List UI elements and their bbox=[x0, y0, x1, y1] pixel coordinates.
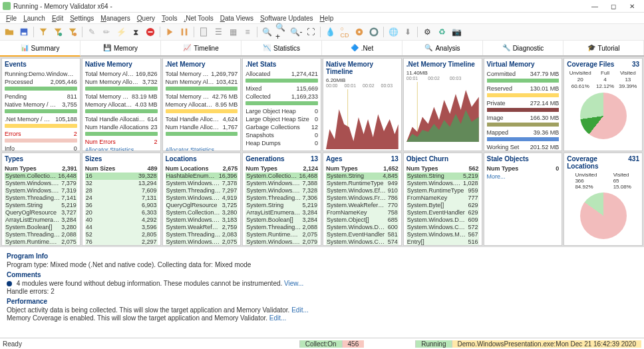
table-row[interactable]: System.Windows.Media.I567 bbox=[406, 231, 479, 238]
view-link[interactable]: View... bbox=[284, 280, 303, 287]
maximize-button[interactable]: ◻ bbox=[604, 1, 623, 11]
wait-icon[interactable]: ⧗ bbox=[129, 25, 142, 39]
table-row[interactable]: System.Windows.Media.Ren7,388 bbox=[245, 180, 318, 187]
menu-dataviews[interactable]: Data Views bbox=[217, 15, 257, 22]
table-row[interactable]: System.EventHandler581 bbox=[326, 231, 399, 238]
table-row[interactable]: System.Byte[]629 bbox=[406, 202, 479, 209]
save-icon[interactable] bbox=[17, 25, 31, 39]
table-row[interactable]: Total Handle Allocations4,624 bbox=[166, 115, 238, 123]
table-row[interactable]: System.Collections.ArrayLis3,280 bbox=[166, 209, 238, 216]
table-row[interactable]: Num Memory Allocations103,421 bbox=[166, 78, 238, 86]
table-row[interactable]: System.String4,845 bbox=[326, 173, 399, 180]
table-row[interactable]: System.Windows.ChildVi572 bbox=[406, 224, 479, 231]
table-row[interactable]: Total Memory Allocation1,269,797 bbox=[166, 70, 238, 78]
tree-icon[interactable]: ☰ bbox=[212, 25, 225, 39]
table-row[interactable]: System.WeakReference..cto2,759 bbox=[166, 224, 238, 231]
tab-timeline[interactable]: 📈Timeline bbox=[161, 41, 242, 55]
table-row[interactable]: 247,131 bbox=[85, 194, 158, 202]
allocator-stats-link[interactable]: Allocator Statistics... bbox=[85, 146, 158, 151]
tab-analysis[interactable]: 🔍Analysis bbox=[402, 41, 483, 55]
open-icon[interactable] bbox=[3, 25, 16, 39]
tab-summary[interactable]: 📊Summary bbox=[0, 41, 80, 57]
cd-icon[interactable]: ○CD bbox=[338, 25, 351, 39]
menu-query[interactable]: Query bbox=[134, 15, 158, 22]
table-row[interactable]: System.Runtime.Remoting &2,075 bbox=[245, 231, 318, 238]
tab-memory[interactable]: 💾Memory bbox=[80, 41, 161, 55]
table-row[interactable]: 366,903 bbox=[85, 202, 158, 209]
table-row[interactable]: QueryOglResource3,725 bbox=[166, 202, 238, 209]
table-row[interactable]: System.Windows.Effectiv910 bbox=[326, 187, 399, 194]
table-row[interactable]: System.Windows.Threading.7,328 bbox=[245, 187, 318, 194]
table-row[interactable]: 1639,328 bbox=[85, 173, 158, 180]
table-row[interactable]: System.Runtime.Remoting &2,075 bbox=[5, 238, 77, 246]
tab-tutorial[interactable]: 🎓Tutorial bbox=[564, 41, 644, 55]
table-row[interactable]: System.Threading.Execution2,088 bbox=[5, 231, 77, 238]
table-row[interactable]: Total Handle Allocations614 bbox=[85, 115, 158, 123]
zoom-out-icon[interactable]: 🔍- bbox=[289, 25, 303, 39]
menu-launch[interactable]: Launch bbox=[20, 15, 49, 22]
table-row[interactable]: System.WeakReference770 bbox=[326, 202, 399, 209]
menu-edit[interactable]: Edit bbox=[49, 15, 67, 22]
table-row[interactable]: System.Windows.Threading.2,079 bbox=[245, 238, 318, 246]
zoom-fit-icon[interactable]: ⛶ bbox=[304, 25, 317, 39]
table-row[interactable]: System.Collections.Diction:16,468 bbox=[245, 173, 318, 180]
table-row[interactable]: FromNameKey758 bbox=[326, 209, 399, 216]
menu-softwareupdates[interactable]: Software Updates bbox=[257, 15, 317, 22]
camera-icon[interactable]: 📷 bbox=[450, 25, 463, 39]
native-timeline-chart[interactable] bbox=[326, 89, 399, 149]
table-row[interactable]: System.Collections.Diction:16,448 bbox=[5, 173, 77, 180]
table-row[interactable]: Total Memory Allocations169,826 bbox=[85, 70, 158, 78]
list-icon[interactable]: ≡ bbox=[241, 25, 254, 39]
table-row[interactable]: 443,596 bbox=[85, 224, 158, 231]
ring-icon[interactable] bbox=[367, 25, 381, 39]
table-row[interactable]: System.Windows.Media.Anir4,919 bbox=[166, 194, 238, 202]
table-row[interactable]: System.String5,219 bbox=[406, 173, 479, 180]
close-button[interactable]: ✕ bbox=[623, 1, 641, 11]
edit-link[interactable]: Edit... bbox=[291, 306, 309, 314]
doc-icon[interactable] bbox=[197, 25, 210, 39]
filter-icon[interactable] bbox=[37, 25, 50, 39]
grid-icon[interactable]: ▦ bbox=[226, 25, 240, 39]
play-icon[interactable] bbox=[163, 25, 176, 39]
table-row[interactable]: System.RuntimeType959 bbox=[406, 187, 479, 194]
table-row[interactable]: Memory Allocations Size8.95 MB bbox=[166, 101, 238, 109]
tab-statistics[interactable]: 📉Statistics bbox=[242, 41, 322, 55]
menu-file[interactable]: File bbox=[3, 15, 20, 22]
pause-icon[interactable] bbox=[178, 25, 191, 39]
table-row[interactable]: System.Threading.Synchron:7,297 bbox=[166, 187, 238, 194]
plug-icon[interactable]: ⚡ bbox=[114, 25, 128, 39]
table-row[interactable]: System.Windows.Framew786 bbox=[326, 194, 399, 202]
table-row[interactable]: Total Memory Size42.76 MB bbox=[166, 93, 238, 101]
search-icon[interactable]: 🔍 bbox=[260, 25, 273, 39]
table-row[interactable]: System.Object[]685 bbox=[326, 216, 399, 224]
funnel-add-icon[interactable] bbox=[51, 25, 65, 39]
menu-settings[interactable]: Settings bbox=[67, 15, 97, 22]
table-row[interactable]: 206,303 bbox=[85, 209, 158, 216]
allocator-stats-link[interactable]: Allocator Statistics... bbox=[166, 146, 238, 151]
table-row[interactable]: System.Windows.Media.Vis:7,378 bbox=[166, 180, 238, 187]
menu-managers[interactable]: Managers bbox=[97, 15, 133, 22]
table-row[interactable]: System.Windows.Depenc600 bbox=[326, 224, 399, 231]
table-row[interactable]: Entry[]516 bbox=[406, 238, 479, 246]
gear-icon[interactable]: ⚙ bbox=[420, 25, 434, 39]
more-link[interactable]: More... bbox=[487, 173, 560, 180]
table-row[interactable]: 3213,294 bbox=[85, 180, 158, 187]
zoom-in-icon[interactable]: 🔍+ bbox=[275, 25, 288, 39]
table-row[interactable]: ArrayListEnumeratorSimple3,284 bbox=[5, 216, 77, 224]
wand-icon[interactable]: ✎ bbox=[85, 25, 98, 39]
funnel-gear-icon[interactable] bbox=[66, 25, 79, 39]
table-row[interactable]: QueryOglResource3,727 bbox=[5, 209, 77, 216]
table-row[interactable]: Num Memory Allocations3,732 bbox=[85, 78, 158, 86]
table-row[interactable]: System.RuntimeType949 bbox=[326, 180, 399, 187]
table-row[interactable]: System.Windows.ChildVi574 bbox=[326, 238, 399, 246]
table-row[interactable]: ArrayListEnumeratorSimple3,284 bbox=[245, 209, 318, 216]
table-row[interactable]: Total Memory Size83.19 MB bbox=[85, 93, 158, 101]
stop-icon[interactable] bbox=[144, 25, 157, 39]
table-row[interactable]: System.Windows.Depenc609 bbox=[406, 216, 479, 224]
table-row[interactable]: System.Windows.Media.Ren7,379 bbox=[5, 180, 77, 187]
table-row[interactable]: Memory Allocations Size4.03 MB bbox=[85, 101, 158, 109]
table-row[interactable]: System.Windows.Threading.7,319 bbox=[5, 187, 77, 194]
edit-link[interactable]: Edit... bbox=[269, 314, 287, 322]
brush-icon[interactable]: ✏ bbox=[100, 25, 113, 39]
table-row[interactable]: System.EventHandler629 bbox=[406, 209, 479, 216]
